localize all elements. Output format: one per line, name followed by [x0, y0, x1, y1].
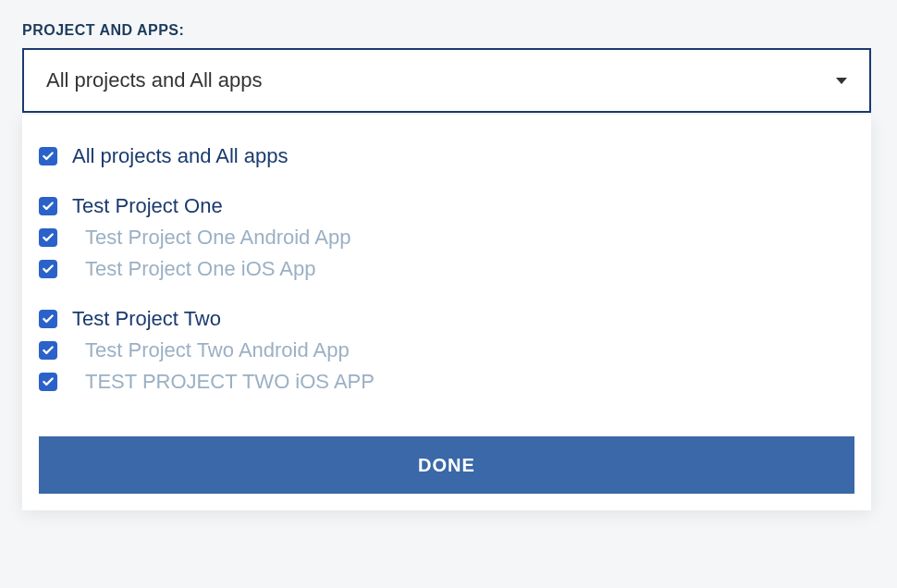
- checkbox-icon[interactable]: [39, 260, 57, 278]
- checkbox-icon[interactable]: [39, 373, 57, 391]
- option-label: Test Project One Android App: [85, 226, 350, 250]
- select-value: All projects and All apps: [46, 68, 263, 92]
- option-project-two-ios[interactable]: TEST PROJECT TWO iOS APP: [39, 370, 854, 394]
- checkbox-icon[interactable]: [39, 228, 57, 247]
- option-project-one-ios[interactable]: Test Project One iOS App: [39, 257, 854, 281]
- option-label: TEST PROJECT TWO iOS APP: [85, 370, 375, 394]
- dropdown-panel: All projects and All apps Test Project O…: [22, 115, 871, 510]
- option-label: Test Project One iOS App: [85, 257, 315, 281]
- caret-down-icon: [836, 78, 847, 84]
- project-apps-select[interactable]: All projects and All apps: [22, 48, 871, 113]
- option-label: Test Project Two Android App: [85, 338, 350, 362]
- option-label: Test Project Two: [72, 307, 221, 331]
- option-project-one[interactable]: Test Project One: [39, 194, 854, 218]
- option-group-project-one: Test Project One Test Project One Androi…: [39, 194, 854, 281]
- option-all[interactable]: All projects and All apps: [39, 144, 854, 168]
- option-project-two-android[interactable]: Test Project Two Android App: [39, 338, 854, 362]
- option-group-project-two: Test Project Two Test Project Two Androi…: [39, 307, 854, 394]
- option-label: All projects and All apps: [72, 144, 289, 168]
- checkbox-icon[interactable]: [39, 197, 57, 215]
- checkbox-icon[interactable]: [39, 341, 57, 360]
- checkbox-icon[interactable]: [39, 147, 57, 165]
- option-all-group: All projects and All apps: [39, 144, 854, 168]
- field-label: PROJECT AND APPS:: [22, 22, 875, 39]
- done-button[interactable]: DONE: [39, 436, 854, 494]
- project-apps-select-wrapper: All projects and All apps All projects a…: [22, 48, 875, 113]
- checkbox-icon[interactable]: [39, 310, 57, 328]
- option-project-one-android[interactable]: Test Project One Android App: [39, 226, 854, 250]
- option-label: Test Project One: [72, 194, 223, 218]
- option-project-two[interactable]: Test Project Two: [39, 307, 854, 331]
